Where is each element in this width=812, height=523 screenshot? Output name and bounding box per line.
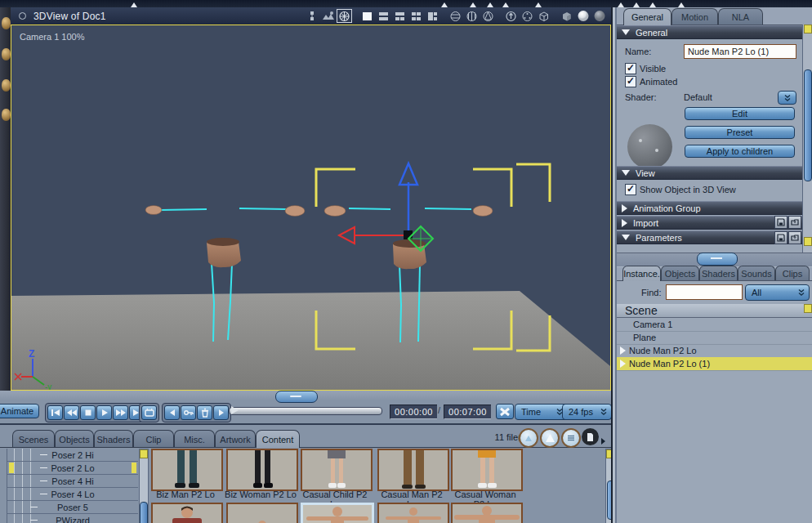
lines-sphere-icon[interactable] [465,10,479,22]
previous-keyframe-button[interactable] [164,405,180,420]
tree-scroll-thumb[interactable] [140,502,148,523]
scene-item-plane[interactable]: Plane [617,331,812,345]
tool-icon[interactable] [2,109,11,121]
stop-button[interactable] [80,405,96,420]
load-preset-icon[interactable] [788,231,801,244]
expand-timeline-button[interactable] [496,404,514,419]
large-preview-icon[interactable] [540,428,560,448]
name-input[interactable] [684,44,796,59]
filter-dropdown[interactable]: All [745,284,810,301]
tree-item-pwizard[interactable]: PWizard [7,514,138,523]
thumbnail-row2-2[interactable] [226,503,298,523]
time-scrubber-thumb[interactable] [231,406,239,414]
scene-hierarchy-icon[interactable] [305,10,319,22]
tool-icon[interactable] [2,48,11,60]
thumbnail-biz-woman[interactable] [226,449,298,491]
layout-three-pane-icon[interactable] [393,10,407,22]
tab-shaders[interactable]: Shaders [94,430,133,448]
gizmo-y-arrow[interactable] [399,163,417,185]
add-keyframe-button[interactable] [181,405,196,420]
tree-item-poser2hi[interactable]: Poser 2 Hi [7,449,138,462]
tab-general[interactable]: General [623,8,671,25]
thumbnail-row2-1[interactable] [151,503,223,523]
shader-preview-sphere[interactable] [627,124,672,169]
properties-scroll-thumb[interactable] [804,69,812,181]
tree-item-poser5[interactable]: Poser 5 [7,501,138,514]
save-preset-icon[interactable] [774,216,787,229]
floor-plane[interactable] [11,291,610,390]
animate-button[interactable]: Animate [0,404,39,418]
thumbnail-row2-4[interactable] [377,503,449,523]
figure-hips[interactable] [207,238,426,269]
loop-button[interactable] [141,405,157,420]
current-time-field[interactable]: 00:00:00 [390,405,437,419]
list-view-icon[interactable] [561,428,581,448]
3d-viewport[interactable]: Z -y Camera 1 100% [11,25,611,391]
browser-menu-icon[interactable] [582,428,599,445]
tab-nla[interactable]: NLA [718,8,763,25]
thumbnail-casual-child[interactable] [301,449,373,491]
general-section-header[interactable]: General [617,25,802,39]
tab-clip[interactable]: Clip [133,430,174,448]
production-frame-icon[interactable] [337,10,351,22]
layout-horizontal-split-icon[interactable] [377,10,390,22]
scene-root-item[interactable]: Scene [617,304,812,318]
delete-keyframe-button[interactable] [197,405,212,420]
thumbnail-row2-5[interactable] [451,503,523,523]
tool-icon[interactable] [2,79,11,92]
points-display-icon[interactable] [520,10,534,22]
expand-arrow-icon[interactable] [620,360,626,368]
smooth-shading-icon[interactable] [576,10,590,22]
window-title-bar[interactable]: 3DView of Doc1 [11,7,611,25]
panel-splitter-handle[interactable] [697,253,738,266]
textured-shading-icon[interactable] [592,10,606,22]
bounding-box-display-icon[interactable] [537,10,551,22]
animated-checkbox[interactable]: ✓ [625,76,636,87]
gouraud-sphere-icon[interactable] [481,10,495,22]
properties-scrollbar[interactable] [802,25,812,253]
tab-motion[interactable]: Motion [671,8,718,25]
time-scrubber-track[interactable] [229,407,382,415]
save-preset-icon[interactable] [774,231,787,244]
panel-divider[interactable] [611,7,617,523]
small-preview-icon[interactable] [519,428,538,448]
thumbnail-casual-man[interactable] [377,449,449,491]
tab-objects-list[interactable]: Objects [661,266,699,281]
fast-forward-button[interactable] [113,405,128,420]
visible-checkbox[interactable]: ✓ [625,63,636,74]
thumbnail-casual-woman[interactable] [451,449,523,491]
layout-large-left-icon[interactable] [426,10,439,22]
time-mode-dropdown[interactable]: Time [515,404,568,420]
tab-objects[interactable]: Objects [55,430,94,448]
tree-item-poser2lo[interactable]: Poser 2 Lo [7,462,138,475]
expand-arrow-icon[interactable] [620,346,626,355]
tree-scrollbar[interactable] [139,449,149,523]
tab-clips[interactable]: Clips [775,266,810,281]
go-start-button[interactable] [47,405,63,420]
scene-item-camera1[interactable]: Camera 1 [617,318,812,332]
end-time-field[interactable]: 00:07:00 [444,405,491,419]
view-section-header[interactable]: View [617,166,802,180]
tab-sounds[interactable]: Sounds [738,266,775,281]
tab-scenes[interactable]: Scenes [12,430,55,448]
scene-item-nude-man[interactable]: Nude Man P2 Lo [617,344,812,358]
apply-to-children-button[interactable]: Apply to children [685,145,795,158]
find-input[interactable] [666,284,743,300]
preset-button[interactable]: Preset [685,126,795,139]
flat-shading-icon[interactable] [560,10,573,22]
tree-item-poser4hi[interactable]: Poser 4 Hi [7,475,138,488]
layout-single-pane-icon[interactable] [360,10,374,22]
animation-group-header[interactable]: Animation Group [617,201,802,215]
load-preset-icon[interactable] [788,216,801,229]
fps-dropdown[interactable]: 24 fps [562,404,612,420]
rewind-button[interactable] [64,405,79,420]
tab-content[interactable]: Content [256,430,300,448]
show-object-checkbox[interactable]: ✓ [625,184,636,195]
wireframe-sphere-icon[interactable] [448,10,462,22]
shader-dropdown[interactable] [778,91,796,105]
tab-instance[interactable]: Instance. [622,266,661,281]
viewport-drawer-handle[interactable] [275,391,318,403]
layout-four-pane-icon[interactable] [409,10,423,22]
normals-display-icon[interactable] [504,10,518,22]
next-keyframe-button[interactable] [213,405,229,420]
